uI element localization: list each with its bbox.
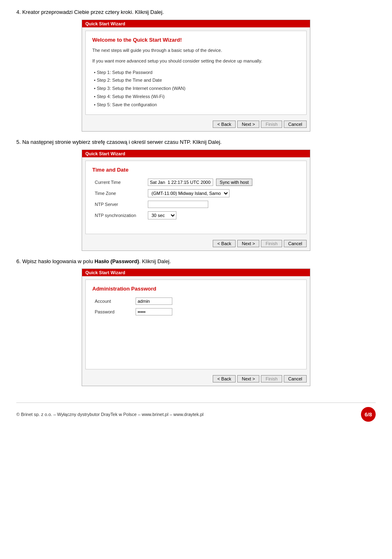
time-zone-value-cell: (GMT-11:00) Midway Island, Samoa	[145, 188, 300, 199]
password-input[interactable]	[136, 308, 172, 315]
sync-with-host-button[interactable]: Sync with host	[216, 179, 252, 186]
wizard2-container: Quick Start Wizard Time and Date Current…	[82, 150, 310, 251]
wizard1-step1: Step 1: Setup the Password	[94, 69, 300, 77]
ntp-server-input[interactable]	[148, 201, 208, 208]
account-value-cell	[133, 296, 300, 306]
wizard3-title: Quick Start Wizard	[82, 269, 310, 276]
time-zone-select[interactable]: (GMT-11:00) Midway Island, Samoa	[148, 189, 229, 197]
wizard2-cancel-button[interactable]: Cancel	[284, 240, 307, 247]
wizard1-step3: Step 3: Setup the Internet connection (W…	[94, 85, 300, 93]
wizard1-step5: Step 5: Save the configuration	[94, 101, 300, 109]
wizard1-body-text1: The next steps will guide you through a …	[92, 47, 300, 54]
current-time-row: Current Time Sync with host	[92, 177, 300, 188]
wizard1-finish-button[interactable]: Finish	[261, 121, 282, 128]
wizard3-body: Administration Password Account Password	[85, 280, 307, 369]
wizard3-back-button[interactable]: < Back	[213, 375, 236, 382]
wizard2-body: Time and Date Current Time Sync with hos…	[85, 161, 307, 234]
page-badge: 6/8	[361, 407, 376, 422]
step6-heading-bold: Hasło (Password)	[95, 258, 139, 264]
wizard1-footer: < Back Next > Finish Cancel	[82, 118, 310, 131]
wizard1-title: Quick Start Wizard	[82, 20, 310, 27]
current-time-label: Current Time	[92, 177, 145, 188]
wizard1-container: Quick Start Wizard Welcome to the Quick …	[82, 20, 310, 132]
ntp-sync-select[interactable]: 30 sec	[148, 211, 176, 219]
wizard2-section-title: Time and Date	[92, 167, 300, 173]
wizard1-step2: Step 2: Setup the Time and Date	[94, 76, 300, 85]
wizard1-body-title: Welcome to the Quick Start Wizard!	[92, 37, 300, 43]
wizard3-cancel-button[interactable]: Cancel	[284, 375, 307, 382]
step5-heading: 5. Na następnej stronie wybierz strefę c…	[16, 138, 376, 146]
wizard3-container: Quick Start Wizard Administration Passwo…	[82, 268, 310, 386]
ntp-sync-label: NTP synchronization	[92, 210, 145, 221]
wizard3-section-title: Administration Password	[92, 286, 300, 292]
wizard2-form-table: Current Time Sync with host Time Zone (G…	[92, 177, 300, 221]
wizard1-body: Welcome to the Quick Start Wizard! The n…	[85, 31, 307, 115]
wizard1-steps-list: Step 1: Setup the Password Step 2: Setup…	[92, 69, 300, 109]
wizard2-title: Quick Start Wizard	[82, 150, 310, 157]
time-zone-label: Time Zone	[92, 188, 145, 199]
wizard3-form-table: Account Password	[92, 296, 300, 317]
footer-text: © Brinet sp. z o.o. – Wyłączny dystrybut…	[16, 412, 204, 417]
ntp-server-row: NTP Server	[92, 199, 300, 210]
ntp-server-value-cell	[145, 199, 300, 210]
current-time-value-cell: Sync with host	[145, 177, 300, 188]
wizard2-back-button[interactable]: < Back	[213, 240, 236, 247]
account-row: Account	[92, 296, 300, 306]
page-footer: © Brinet sp. z o.o. – Wyłączny dystrybut…	[16, 402, 376, 422]
wizard3-finish-button[interactable]: Finish	[261, 375, 282, 382]
wizard3-footer: < Back Next > Finish Cancel	[82, 373, 310, 386]
wizard2-next-button[interactable]: Next >	[237, 240, 259, 247]
wizard1-body-text2: If you want more advanced setup you shou…	[92, 58, 300, 65]
ntp-server-label: NTP Server	[92, 199, 145, 210]
step6-heading: 6. Wpisz hasło logowania w polu Hasło (P…	[16, 257, 376, 266]
password-value-cell	[133, 306, 300, 317]
step4-heading: 4. Kreator przeprowadzi Ciebie przez czt…	[16, 8, 376, 16]
password-row: Password	[92, 306, 300, 317]
wizard2-footer: < Back Next > Finish Cancel	[82, 237, 310, 250]
wizard1-step4: Step 4: Setup the Wireless (Wi-Fi)	[94, 93, 300, 101]
wizard3-next-button[interactable]: Next >	[237, 375, 259, 382]
current-time-input[interactable]	[148, 179, 213, 186]
account-label: Account	[92, 296, 133, 306]
step6-heading-post: . Kliknij Dalej.	[139, 258, 171, 264]
step6-heading-pre: 6. Wpisz hasło logowania w polu	[16, 258, 95, 264]
ntp-sync-value-cell: 30 sec	[145, 210, 300, 221]
account-input[interactable]	[136, 297, 172, 305]
wizard1-back-button[interactable]: < Back	[213, 121, 236, 128]
wizard2-finish-button[interactable]: Finish	[261, 240, 282, 247]
wizard1-cancel-button[interactable]: Cancel	[284, 121, 307, 128]
password-label: Password	[92, 306, 133, 317]
time-zone-row: Time Zone (GMT-11:00) Midway Island, Sam…	[92, 188, 300, 199]
wizard1-next-button[interactable]: Next >	[237, 121, 259, 128]
ntp-sync-row: NTP synchronization 30 sec	[92, 210, 300, 221]
